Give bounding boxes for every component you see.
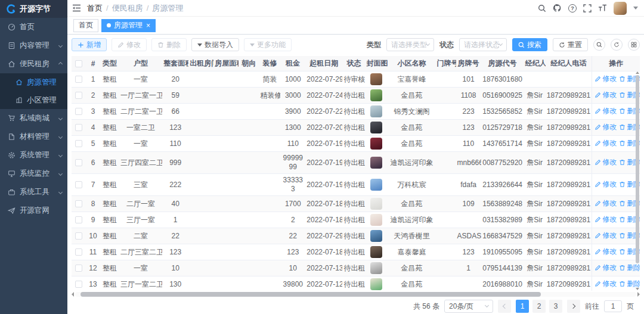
add-button[interactable]: 新增	[72, 38, 107, 51]
scroll-right-icon[interactable]	[637, 292, 640, 297]
fullscreen-icon[interactable]	[583, 4, 592, 13]
refresh-button[interactable]	[611, 39, 623, 51]
cover-image[interactable]	[370, 230, 382, 242]
breadcrumb-item[interactable]: 便民租房	[112, 3, 143, 14]
cover-image[interactable]	[370, 157, 382, 169]
cell-community: 金昌苑	[388, 136, 435, 152]
hamburger-icon[interactable]	[72, 4, 81, 12]
caret-down-icon[interactable]	[633, 7, 638, 10]
tab-house-manage[interactable]: 房源管理 ×	[101, 19, 156, 32]
edit-link[interactable]: 修改	[595, 199, 617, 208]
row-checkbox[interactable]	[75, 124, 82, 131]
edit-link[interactable]: 修改	[595, 139, 617, 148]
column-header-index: #	[86, 56, 100, 71]
help-icon[interactable]: ?	[568, 4, 577, 13]
navbar-actions: ?	[538, 2, 638, 15]
sidebar-item-material[interactable]: 材料管理	[0, 128, 67, 146]
cell-layout: 一室	[119, 136, 162, 152]
cover-image[interactable]	[370, 278, 382, 290]
more-functions-button[interactable]: 更多功能	[244, 38, 292, 51]
cover-image[interactable]	[370, 214, 382, 226]
scroll-left-icon[interactable]	[72, 292, 74, 297]
row-checkbox[interactable]	[75, 200, 82, 207]
edit-link[interactable]: 修改	[595, 123, 617, 132]
cell-type: 整租	[100, 104, 119, 120]
sidebar-item-content[interactable]: 内容管理	[0, 36, 67, 55]
page-size-select[interactable]: 20条/页	[444, 300, 493, 313]
type-select[interactable]: 请选择类型	[386, 38, 434, 51]
row-checkbox[interactable]	[75, 159, 82, 166]
edit-link[interactable]: 修改	[595, 231, 617, 240]
sidebar-item-monitor[interactable]: 系统监控	[0, 164, 67, 183]
sidebar-item-tools[interactable]: 系统工具	[0, 183, 67, 201]
edit-link[interactable]: 修改	[595, 279, 617, 288]
close-icon[interactable]: ×	[146, 22, 150, 29]
goto-page-input[interactable]	[604, 300, 622, 312]
status-select[interactable]: 请选择状态	[459, 38, 507, 51]
page-button-2[interactable]: 2	[532, 300, 546, 313]
edit-link[interactable]: 修改	[595, 215, 617, 224]
next-page-button[interactable]	[567, 300, 580, 313]
row-checkbox[interactable]	[75, 248, 82, 256]
edit-link[interactable]: 修改	[595, 74, 617, 83]
sidebar-item-website[interactable]: 开源官网	[0, 201, 67, 220]
columns-toggle-button[interactable]	[628, 39, 640, 51]
edit-link[interactable]: 修改	[595, 247, 617, 256]
breadcrumb-item[interactable]: 首页	[87, 3, 103, 14]
edit-link[interactable]: 修改	[595, 107, 617, 116]
row-checkbox[interactable]	[75, 92, 82, 99]
edit-link[interactable]: 修改	[595, 263, 617, 272]
reset-button[interactable]: 重置	[553, 38, 588, 51]
sidebar-item-shop[interactable]: 私域商城	[0, 109, 67, 128]
cover-image[interactable]	[370, 138, 382, 150]
row-checkbox[interactable]	[75, 216, 82, 223]
row-checkbox[interactable]	[75, 76, 82, 83]
row-checkbox[interactable]	[75, 108, 82, 115]
search-icon[interactable]	[538, 4, 546, 13]
font-size-icon[interactable]	[598, 4, 607, 12]
scroll-up-icon[interactable]	[636, 71, 639, 74]
cover-image[interactable]	[370, 198, 382, 210]
app-logo[interactable]: 开源字节	[0, 0, 67, 18]
scroll-down-icon[interactable]	[636, 288, 639, 290]
cover-image[interactable]	[370, 246, 382, 258]
github-icon[interactable]	[553, 4, 562, 13]
row-checkbox[interactable]	[75, 265, 82, 272]
prev-page-button[interactable]	[498, 300, 511, 313]
cover-image[interactable]	[370, 179, 382, 191]
data-import-button[interactable]: 数据导入	[191, 38, 239, 51]
sidebar-item-home[interactable]: 首页	[0, 18, 67, 36]
page-button-3[interactable]: 3	[549, 300, 562, 313]
scrollbar-thumb[interactable]	[636, 75, 639, 263]
delete-button[interactable]: 删除	[151, 38, 187, 51]
sidebar-item-community-manage[interactable]: 小区管理	[0, 91, 67, 109]
edit-button[interactable]: 修改	[112, 38, 147, 51]
table-row: 10整租二室22222022-07-29待出租天鸿香榭里ASDASD166834…	[72, 228, 640, 244]
row-checkbox[interactable]	[75, 140, 82, 147]
edit-link[interactable]: 修改	[595, 180, 617, 189]
edit-link[interactable]: 修改	[595, 158, 617, 167]
scrollbar-thumb[interactable]	[80, 292, 541, 297]
search-toggle-button[interactable]	[593, 39, 605, 51]
tab-home[interactable]: 首页	[73, 19, 98, 32]
avatar[interactable]	[614, 2, 627, 15]
sidebar-item-rent[interactable]: 便民租房	[0, 55, 67, 73]
edit-link[interactable]: 修改	[595, 91, 617, 100]
cover-image[interactable]	[370, 89, 382, 101]
row-checkbox[interactable]	[75, 232, 82, 240]
cover-image[interactable]	[370, 105, 382, 117]
row-checkbox[interactable]	[75, 281, 82, 288]
sidebar-item-house-manage[interactable]: 房源管理	[0, 73, 67, 91]
page-button-1[interactable]: 1	[516, 300, 529, 313]
cell-door_no	[436, 276, 456, 291]
horizontal-scrollbar[interactable]	[72, 291, 640, 297]
cover-image[interactable]	[370, 122, 382, 133]
cell-decoration	[259, 136, 280, 152]
search-button[interactable]: 搜索	[512, 38, 547, 51]
cover-image[interactable]	[370, 262, 382, 274]
select-all-checkbox[interactable]	[75, 60, 82, 67]
vertical-scrollbar[interactable]	[634, 71, 640, 291]
cover-image[interactable]	[370, 73, 382, 85]
sidebar-item-system[interactable]: 系统管理	[0, 146, 67, 164]
row-checkbox[interactable]	[75, 181, 82, 188]
